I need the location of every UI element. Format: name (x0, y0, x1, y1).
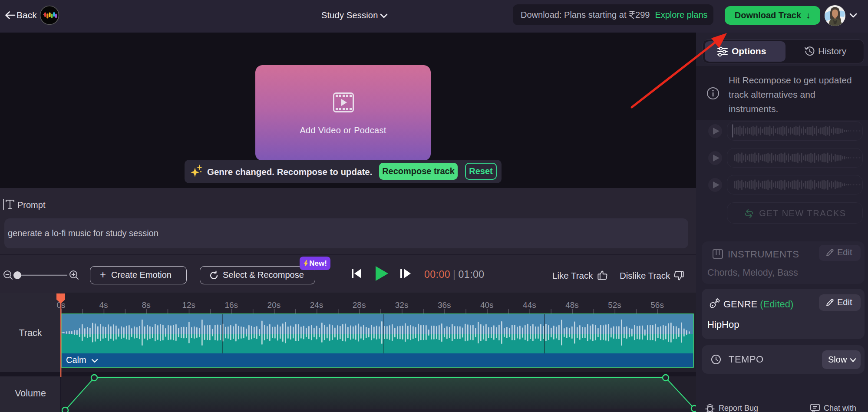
svg-text:56s: 56s (650, 300, 664, 310)
svg-text:40s: 40s (480, 300, 494, 310)
svg-text:Calm: Calm (66, 355, 86, 365)
svg-text:4s: 4s (99, 300, 108, 310)
svg-text:44s: 44s (523, 300, 536, 310)
svg-text:24s: 24s (310, 300, 323, 310)
svg-text:20s: 20s (267, 300, 281, 310)
svg-text:12s: 12s (182, 300, 195, 310)
svg-text:52s: 52s (608, 300, 621, 310)
svg-text:36s: 36s (438, 300, 451, 310)
svg-text:16s: 16s (224, 300, 238, 310)
svg-text:32s: 32s (395, 300, 409, 310)
svg-text:48s: 48s (565, 300, 579, 310)
svg-text:8s: 8s (142, 300, 151, 310)
svg-text:28s: 28s (353, 300, 366, 310)
